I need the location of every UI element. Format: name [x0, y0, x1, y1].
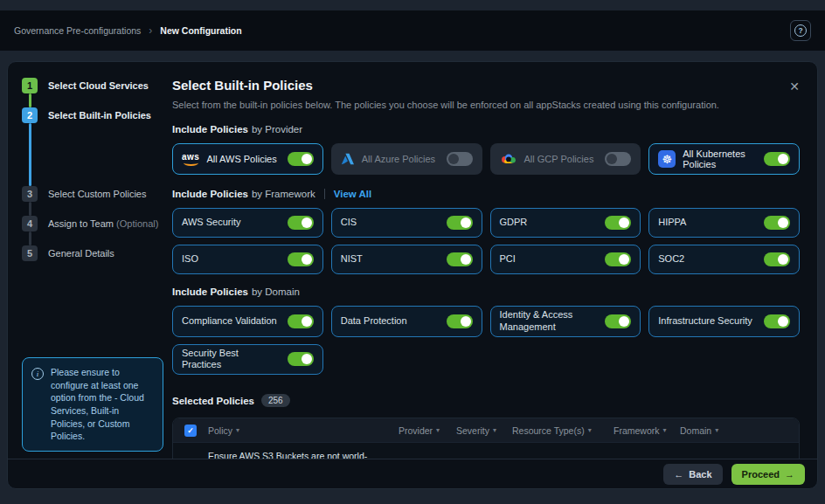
step-select-custom-policies[interactable]: 3 Select Custom Policies — [22, 186, 172, 202]
framework-heading-bold: Include Policies — [172, 189, 248, 199]
column-severity[interactable]: Severity ▾ — [456, 425, 512, 436]
compliance-validation-toggle[interactable] — [288, 314, 314, 328]
card-all-kubernetes-policies[interactable]: ☸ All Kubernetes Policies — [648, 143, 800, 175]
card-nist[interactable]: NIST — [331, 245, 482, 274]
panel-subtitle: Select from the built-in policies below.… — [172, 100, 800, 110]
step-3-label: Select Custom Policies — [48, 189, 147, 199]
gcp-policies-toggle[interactable] — [605, 152, 631, 166]
top-navigation-bar: Governance Pre-configurations › New Conf… — [0, 10, 825, 51]
column-policy[interactable]: Policy ▾ — [208, 425, 399, 436]
back-button[interactable]: ← Back — [663, 464, 722, 485]
security-best-practices-toggle[interactable] — [288, 352, 314, 366]
card-label: Security Best Practices — [182, 348, 281, 372]
card-body: 1 Select Cloud Services 2 Select Built-i… — [8, 62, 817, 459]
step-2-label: Select Built-in Policies — [48, 110, 151, 121]
card-iso[interactable]: ISO — [172, 245, 323, 274]
step-2-badge: 2 — [22, 107, 38, 123]
sort-caret-icon: ▾ — [715, 426, 718, 434]
card-all-azure-policies[interactable]: All Azure Policies — [331, 143, 482, 175]
step-5-label: General Details — [48, 248, 114, 259]
provider-heading-bold: Include Policies — [172, 124, 248, 135]
card-label: AWS Security — [182, 217, 281, 229]
breadcrumb-parent-link[interactable]: Governance Pre-configurations — [14, 25, 141, 36]
view-all-link[interactable]: View All — [334, 189, 371, 199]
step-5-badge: 5 — [22, 245, 38, 261]
close-icon[interactable]: ✕ — [789, 79, 800, 93]
domain-cards-row-2: Security Best Practices — [172, 344, 800, 376]
card-all-aws-policies[interactable]: aws All AWS Policies — [172, 143, 323, 175]
aws-security-toggle[interactable] — [288, 216, 314, 230]
back-arrow-icon: ← — [674, 469, 683, 480]
help-icon: ? — [794, 24, 807, 37]
card-data-protection[interactable]: Data Protection — [331, 306, 482, 337]
cis-toggle[interactable] — [447, 216, 473, 230]
infrastructure-security-toggle[interactable] — [764, 314, 790, 328]
step-connector — [29, 202, 31, 216]
kubernetes-policies-toggle[interactable] — [764, 152, 790, 166]
soc2-toggle[interactable] — [764, 252, 790, 266]
card-soc2[interactable]: SOC2 — [648, 245, 800, 274]
iso-toggle[interactable] — [288, 252, 314, 266]
framework-heading-rest: by Framework — [252, 189, 315, 199]
table-row[interactable]: ✓ Ensure AWS S3 Buckets are not world-li… — [173, 442, 799, 459]
identity-access-management-toggle[interactable] — [605, 314, 631, 328]
configuration-notice: i Please ensure to configure at least on… — [22, 357, 163, 452]
column-resource-type[interactable]: Resource Type(s) ▾ — [512, 425, 614, 436]
breadcrumb-current: New Configuration — [160, 25, 241, 36]
select-all-checkbox[interactable]: ✓ — [184, 425, 197, 437]
card-compliance-validation[interactable]: Compliance Validation — [172, 306, 323, 337]
card-label: Compliance Validation — [182, 315, 281, 328]
step-connector — [29, 123, 31, 186]
column-label: Severity — [456, 425, 489, 436]
breadcrumb-chevron-icon: › — [149, 24, 152, 37]
column-domain[interactable]: Domain ▾ — [680, 425, 799, 436]
column-label: Resource Type(s) — [512, 425, 585, 436]
column-provider[interactable]: Provider ▾ — [399, 425, 456, 436]
gdpr-toggle[interactable] — [605, 216, 631, 230]
selected-policies-title: Selected Policies — [172, 396, 254, 406]
pci-toggle[interactable] — [605, 252, 631, 266]
nist-toggle[interactable] — [447, 252, 473, 266]
step-connector — [29, 231, 31, 245]
domain-section-heading: Include Policies by Domain — [172, 287, 800, 297]
step-4-optional-tag: (Optional) — [116, 218, 158, 229]
step-general-details[interactable]: 5 General Details — [22, 245, 172, 261]
step-assign-to-team[interactable]: 4 Assign to Team (Optional) — [22, 216, 172, 231]
wizard-footer: ← Back Proceed → — [8, 459, 817, 488]
card-cis[interactable]: CIS — [331, 208, 482, 238]
hippa-toggle[interactable] — [764, 216, 790, 230]
column-framework[interactable]: Framework ▾ — [614, 425, 680, 436]
framework-cards-row-1: AWS Security CIS GDPR HIPPA — [172, 208, 800, 238]
card-label: NIST — [341, 253, 440, 266]
card-label: CIS — [341, 217, 440, 229]
help-button[interactable]: ? — [790, 20, 811, 41]
step-4-badge: 4 — [22, 216, 38, 231]
card-aws-security[interactable]: AWS Security — [172, 208, 323, 238]
card-gdpr[interactable]: GDPR — [490, 208, 641, 238]
aws-policies-toggle[interactable] — [288, 152, 314, 166]
gcp-logo-icon — [500, 153, 517, 165]
card-infrastructure-security[interactable]: Infrastructure Security — [648, 306, 800, 337]
provider-heading-rest: by Provider — [252, 124, 302, 135]
proceed-arrow-icon: → — [785, 469, 794, 480]
card-label: Infrastructure Security — [658, 315, 757, 328]
card-pci[interactable]: PCI — [490, 245, 641, 274]
step-1-badge: 1 — [22, 78, 38, 93]
card-all-gcp-policies[interactable]: All GCP Policies — [490, 143, 641, 175]
step-select-cloud-services[interactable]: 1 Select Cloud Services — [22, 78, 172, 93]
provider-section-heading: Include Policies by Provider — [172, 124, 800, 135]
card-label: All GCP Policies — [524, 154, 599, 164]
step-1-label: Select Cloud Services — [48, 80, 149, 91]
azure-policies-toggle[interactable] — [447, 152, 473, 166]
card-security-best-practices[interactable]: Security Best Practices — [172, 344, 323, 376]
card-identity-access-management[interactable]: Identity & Access Management — [490, 306, 641, 337]
panel-title: Select Built-in Policies — [172, 78, 313, 93]
step-connector — [29, 93, 31, 107]
data-protection-toggle[interactable] — [447, 314, 473, 328]
card-label: GDPR — [500, 217, 599, 229]
step-select-built-in-policies[interactable]: 2 Select Built-in Policies — [22, 107, 172, 123]
sort-caret-icon: ▾ — [436, 426, 440, 434]
card-label: ISO — [182, 253, 281, 266]
proceed-button[interactable]: Proceed → — [731, 464, 805, 485]
card-hippa[interactable]: HIPPA — [648, 208, 800, 238]
